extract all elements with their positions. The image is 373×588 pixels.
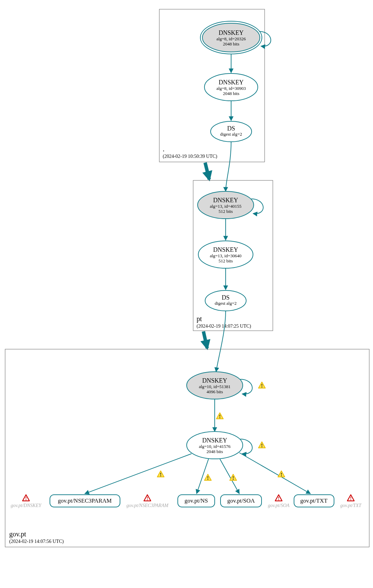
zone-gov: gov.pt (2024-02-19 14:07:56 UTC) DNSKEY … bbox=[5, 311, 369, 547]
node-gov-zsk: DNSKEY alg=10, id=41576 2048 bits bbox=[187, 432, 243, 459]
svg-text:DS: DS bbox=[227, 125, 235, 132]
zone-root-timestamp: (2024-02-19 10:50:39 UTC) bbox=[163, 154, 217, 159]
svg-text:gov.pt/SOA: gov.pt/SOA bbox=[227, 497, 255, 504]
svg-text:alg=10, id=41576: alg=10, id=41576 bbox=[199, 444, 231, 449]
svg-text:gov.pt/SOA: gov.pt/SOA bbox=[268, 503, 290, 508]
ghost-txt: ! gov.pt/TXT bbox=[340, 495, 362, 508]
zone-pt: pt (2024-02-19 14:07:25 UTC) DNSKEY alg=… bbox=[193, 142, 273, 331]
svg-text:alg=8, id=20326: alg=8, id=20326 bbox=[216, 36, 246, 41]
svg-text:digest alg=2: digest alg=2 bbox=[215, 301, 237, 306]
svg-text:gov.pt/NSEC3PARAM: gov.pt/NSEC3PARAM bbox=[126, 503, 169, 508]
rr-soa: gov.pt/SOA bbox=[221, 495, 262, 507]
edge-pt-ds-to-gov-ksk bbox=[216, 311, 226, 372]
svg-text:DNSKEY: DNSKEY bbox=[202, 437, 227, 444]
svg-text:!: ! bbox=[232, 476, 234, 481]
svg-text:DS: DS bbox=[222, 294, 229, 301]
svg-text:!: ! bbox=[147, 496, 148, 501]
svg-text:!: ! bbox=[25, 496, 27, 501]
svg-text:gov.pt/DNSKEY: gov.pt/DNSKEY bbox=[11, 503, 42, 508]
svg-text:!: ! bbox=[278, 496, 280, 501]
svg-text:digest alg=2: digest alg=2 bbox=[220, 132, 242, 137]
svg-text:gov.pt/NS: gov.pt/NS bbox=[185, 497, 208, 504]
svg-text:DNSKEY: DNSKEY bbox=[218, 79, 243, 86]
edge-gov-zsk-nsec3param bbox=[85, 454, 191, 494]
svg-text:4096 bits: 4096 bits bbox=[207, 389, 223, 394]
svg-text:DNSKEY: DNSKEY bbox=[218, 29, 243, 36]
svg-text:alg=10, id=51381: alg=10, id=51381 bbox=[199, 384, 231, 389]
svg-text:DNSKEY: DNSKEY bbox=[213, 246, 238, 253]
zone-gov-timestamp: (2024-02-19 14:07:56 UTC) bbox=[9, 539, 64, 544]
warning-icon: ! bbox=[216, 413, 223, 419]
svg-text:!: ! bbox=[219, 414, 221, 419]
node-pt-ksk: DNSKEY alg=13, id=40155 512 bits bbox=[198, 191, 254, 219]
zone-root: . (2024-02-19 10:50:39 UTC) DNSKEY alg=8… bbox=[159, 9, 271, 162]
ghost-dnskey: ! gov.pt/DNSKEY bbox=[11, 495, 42, 508]
warning-icon: ! bbox=[157, 471, 164, 477]
svg-text:2048 bits: 2048 bits bbox=[223, 91, 239, 96]
dnssec-diagram: . (2024-02-19 10:50:39 UTC) DNSKEY alg=8… bbox=[0, 0, 373, 588]
svg-text:gov.pt/TXT: gov.pt/TXT bbox=[340, 503, 362, 508]
rr-txt: gov.pt/TXT bbox=[294, 495, 334, 507]
edge-root-ds-to-pt-ksk bbox=[226, 142, 231, 191]
svg-text:2048 bits: 2048 bits bbox=[207, 449, 223, 454]
svg-text:alg=13, id=40155: alg=13, id=40155 bbox=[210, 204, 242, 209]
svg-text:alg=13, id=30640: alg=13, id=30640 bbox=[210, 253, 242, 258]
svg-text:512 bits: 512 bits bbox=[218, 258, 233, 263]
zone-pt-name: pt bbox=[197, 315, 202, 323]
zone-root-name: . bbox=[163, 145, 164, 153]
svg-text:!: ! bbox=[261, 443, 263, 448]
warning-icon: ! bbox=[258, 382, 265, 388]
node-root-zsk: DNSKEY alg=8, id=30903 2048 bits bbox=[204, 73, 258, 101]
edge-pt-to-gov-zone bbox=[203, 331, 207, 348]
rr-ns: gov.pt/NS bbox=[178, 495, 215, 507]
svg-text:alg=8, id=30903: alg=8, id=30903 bbox=[216, 86, 246, 91]
zone-gov-name: gov.pt bbox=[9, 530, 26, 538]
edge-gov-zsk-soa bbox=[220, 459, 239, 494]
edge-gov-zsk-txt bbox=[239, 453, 310, 494]
warning-icon: ! bbox=[230, 474, 237, 481]
node-gov-ksk: DNSKEY alg=10, id=51381 4096 bits bbox=[187, 372, 243, 399]
ghost-soa: ! gov.pt/SOA bbox=[268, 495, 290, 508]
svg-text:!: ! bbox=[281, 472, 282, 477]
node-pt-zsk: DNSKEY alg=13, id=30640 512 bits bbox=[198, 241, 253, 268]
svg-text:gov.pt/TXT: gov.pt/TXT bbox=[300, 497, 328, 504]
edge-root-to-pt-zone bbox=[205, 163, 209, 179]
svg-text:DNSKEY: DNSKEY bbox=[213, 197, 238, 204]
node-root-ds: DS digest alg=2 bbox=[211, 121, 252, 142]
svg-text:!: ! bbox=[160, 472, 162, 477]
warning-icon: ! bbox=[204, 474, 211, 481]
node-pt-ds: DS digest alg=2 bbox=[205, 290, 246, 311]
svg-text:512 bits: 512 bits bbox=[218, 209, 233, 214]
rr-nsec3param: gov.pt/NSEC3PARAM bbox=[50, 495, 120, 507]
warning-icon: ! bbox=[278, 471, 285, 477]
warning-icon: ! bbox=[258, 442, 265, 448]
svg-text:!: ! bbox=[350, 496, 352, 501]
ghost-nsec3param: ! gov.pt/NSEC3PARAM bbox=[126, 495, 169, 508]
svg-text:!: ! bbox=[207, 476, 209, 481]
svg-text:!: ! bbox=[261, 383, 263, 388]
node-root-ksk: DNSKEY alg=8, id=20326 2048 bits bbox=[200, 21, 262, 54]
svg-text:2048 bits: 2048 bits bbox=[223, 41, 239, 46]
svg-text:gov.pt/NSEC3PARAM: gov.pt/NSEC3PARAM bbox=[58, 497, 111, 504]
zone-pt-timestamp: (2024-02-19 14:07:25 UTC) bbox=[197, 324, 251, 329]
svg-text:DNSKEY: DNSKEY bbox=[202, 377, 227, 384]
